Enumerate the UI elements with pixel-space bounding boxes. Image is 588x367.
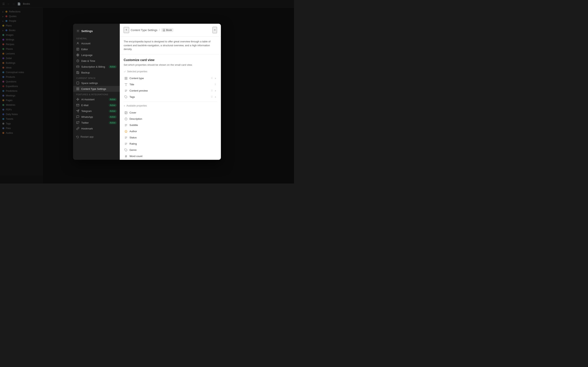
available-properties-list: Cover Description Subtitle Author	[124, 110, 217, 159]
text-icon	[125, 83, 127, 86]
modal-main-header: Content Type Settings / Book ×	[120, 24, 221, 37]
content-type-label: Content Type Settings	[81, 87, 106, 90]
genre-label: Genre	[129, 149, 216, 151]
breadcrumb-book-label: Book	[166, 29, 172, 32]
subtitle-icon	[125, 124, 127, 127]
hash-icon	[125, 155, 127, 158]
grid-small-icon	[125, 77, 127, 80]
lines-icon	[125, 89, 127, 92]
whatsapp-menu-item[interactable]: WhatsApp Active	[73, 114, 120, 120]
whatsapp-badge: Active	[109, 116, 117, 118]
remove-content-preview-button[interactable]: ×	[215, 89, 216, 92]
whatsapp-label: WhatsApp	[81, 116, 93, 118]
property-tags[interactable]: Tags ⠿ ×	[124, 94, 217, 100]
svg-rect-14	[78, 89, 79, 90]
email-menu-item[interactable]: E-Mail Active	[73, 102, 120, 108]
modal-description: The encyclopedia layout is designed to o…	[120, 37, 221, 54]
subscription-badge: Active	[109, 65, 117, 68]
modal-sidebar: Settings General Account Editor Language…	[73, 24, 120, 160]
back-button[interactable]	[124, 27, 129, 33]
space-section-label: Current space	[73, 75, 120, 80]
modal-title: Settings	[81, 29, 93, 33]
remove-tags-button[interactable]: ×	[215, 95, 216, 99]
twitter-badge: Active	[109, 121, 117, 124]
ai-assistant-label: AI Assistant	[81, 98, 94, 101]
remove-content-type-button[interactable]: ×	[215, 77, 216, 80]
space-settings-menu-item[interactable]: Space settings	[73, 80, 120, 86]
selected-properties-header: Selected properties	[124, 69, 217, 74]
drag-handle-title[interactable]: ⠿	[214, 83, 216, 86]
description-icon	[125, 117, 127, 121]
backup-menu-item[interactable]: Backup	[73, 70, 120, 75]
telegram-menu-item[interactable]: Telegram Active	[73, 108, 120, 114]
content-type-settings-menu-item[interactable]: Content Type Settings	[73, 86, 120, 92]
restart-icon	[76, 135, 79, 138]
subtitle-label: Subtitle	[129, 124, 216, 126]
send-icon	[76, 109, 79, 113]
globe-icon	[76, 53, 79, 57]
telegram-badge: Active	[109, 110, 117, 113]
drag-handle-content-type[interactable]: ⠿	[211, 77, 213, 80]
available-label: Available properties	[126, 104, 147, 107]
person-icon	[76, 42, 79, 45]
subscription-label: Subscription & Billing	[81, 65, 105, 68]
tags-prop-label: Tags	[129, 95, 209, 98]
divider	[124, 102, 217, 102]
ai-assistant-menu-item[interactable]: AI Assistant Active	[73, 96, 120, 102]
svg-rect-10	[77, 82, 79, 84]
checkmark-icon	[124, 70, 126, 73]
save-icon	[76, 71, 79, 74]
settings-modal: Settings General Account Editor Language…	[73, 24, 221, 160]
property-cover[interactable]: Cover	[124, 110, 217, 116]
svg-rect-11	[77, 88, 78, 89]
author-icon	[125, 130, 127, 133]
drag-handle-content-preview[interactable]: ⠿	[211, 89, 213, 92]
svg-point-1	[77, 42, 78, 43]
twitter-icon	[76, 121, 79, 124]
section-title: Customize card view	[124, 58, 217, 62]
genre-icon	[125, 149, 127, 152]
restart-app-button[interactable]: Restart app	[73, 134, 120, 140]
hookmark-label: Hookmark	[81, 127, 93, 130]
language-menu-item[interactable]: Language	[73, 52, 120, 58]
property-word-count[interactable]: Word count	[124, 153, 217, 159]
content-type-prop-label: Content type	[129, 77, 209, 80]
datetime-menu-item[interactable]: Date & Time	[73, 58, 120, 64]
status-icon	[125, 136, 127, 139]
twitter-menu-item[interactable]: Twitter Active	[73, 120, 120, 125]
property-content-preview[interactable]: Content preview ⠿ ×	[124, 88, 217, 94]
property-content-type[interactable]: Content type ⠿ ×	[124, 75, 217, 82]
general-section-label: General	[73, 36, 120, 41]
property-title[interactable]: Title ⠿	[124, 82, 217, 88]
hookmark-menu-item[interactable]: Hookmark	[73, 125, 120, 131]
clock-icon	[76, 59, 79, 62]
svg-marker-36	[125, 130, 127, 133]
space-settings-label: Space settings	[81, 82, 98, 84]
property-subtitle[interactable]: Subtitle	[124, 122, 217, 128]
modal-body: Customize card view Set which properties…	[120, 54, 221, 160]
subscription-menu-item[interactable]: Subscription & Billing Active	[73, 64, 120, 70]
svg-rect-20	[125, 79, 126, 80]
breadcrumb-book[interactable]: Book	[161, 28, 173, 32]
rating-label: Rating	[129, 142, 216, 145]
account-label: Account	[81, 42, 90, 45]
close-button[interactable]: ×	[212, 27, 217, 33]
drag-handle-tags[interactable]: ⠿	[211, 96, 213, 98]
editor-menu-item[interactable]: Editor	[73, 46, 120, 52]
property-genre[interactable]: Genre	[124, 147, 217, 153]
svg-rect-21	[126, 79, 127, 80]
sparkle-icon	[76, 98, 79, 101]
property-description[interactable]: Description	[124, 116, 217, 122]
property-status[interactable]: Status	[124, 134, 217, 141]
features-section-label: Features & Integrations	[73, 92, 120, 96]
tag-icon	[125, 95, 127, 99]
property-rating[interactable]: Rating	[124, 141, 217, 147]
svg-point-29	[126, 112, 126, 112]
description-label: Description	[129, 117, 216, 120]
language-label: Language	[81, 54, 92, 57]
email-label: E-Mail	[81, 104, 88, 107]
selected-label: Selected properties	[127, 70, 147, 73]
property-author[interactable]: Author	[124, 128, 217, 134]
title-prop-label: Title	[129, 83, 212, 86]
account-menu-item[interactable]: Account	[73, 41, 120, 46]
